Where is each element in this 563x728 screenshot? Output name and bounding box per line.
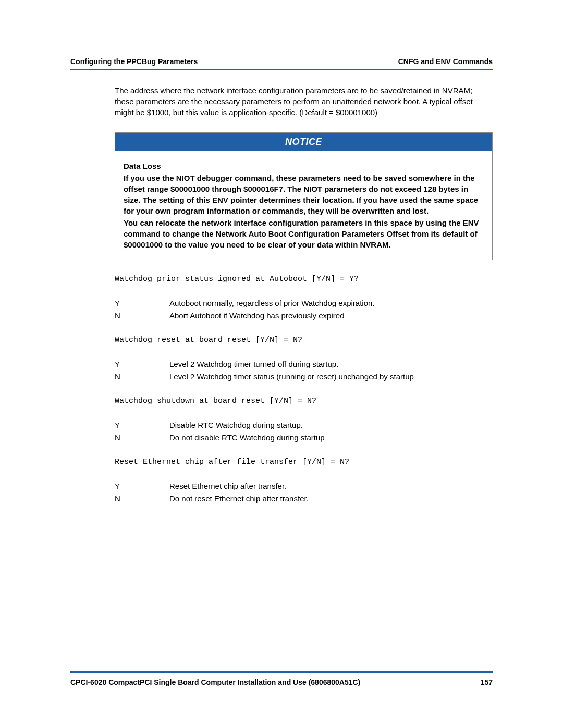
option-key: N — [115, 310, 169, 322]
notice-bar: NOTICE — [115, 133, 492, 151]
config-prompt: Watchdog shutdown at board reset [Y/N] =… — [115, 397, 493, 405]
notice-paragraph: You can relocate the network interface c… — [124, 217, 484, 250]
footer-rule — [70, 671, 493, 673]
option-row: N Do not disable RTC Watchdog during sta… — [115, 431, 493, 444]
config-prompt: Reset Ethernet chip after file transfer … — [115, 458, 493, 466]
option-table: Y Reset Ethernet chip after transfer. N … — [115, 480, 493, 505]
notice-paragraph: If you use the NIOT debugger command, th… — [124, 172, 484, 216]
option-row: N Level 2 Watchdog timer status (running… — [115, 371, 493, 383]
page-header: Configuring the PPCBug Parameters CNFG a… — [70, 57, 493, 66]
notice-title: Data Loss — [124, 161, 484, 171]
option-key: Y — [115, 480, 169, 492]
body-content: The address where the network interface … — [115, 85, 493, 505]
option-key: N — [115, 492, 169, 505]
notice-box: NOTICE Data Loss If you use the NIOT deb… — [115, 132, 493, 260]
option-value: Do not reset Ethernet chip after transfe… — [169, 492, 493, 505]
option-row: Y Level 2 Watchdog timer turned off duri… — [115, 358, 493, 371]
option-row: N Abort Autoboot if Watchdog has previou… — [115, 310, 493, 322]
option-table: Y Autoboot normally, regardless of prior… — [115, 297, 493, 322]
option-row: N Do not reset Ethernet chip after trans… — [115, 492, 493, 505]
header-right: CNFG and ENV Commands — [398, 57, 493, 66]
option-key: Y — [115, 419, 169, 431]
page-number: 157 — [481, 678, 493, 686]
option-table: Y Disable RTC Watchdog during startup. N… — [115, 419, 493, 444]
header-rule — [70, 69, 493, 70]
config-prompt: Watchdog reset at board reset [Y/N] = N? — [115, 336, 493, 344]
header-left: Configuring the PPCBug Parameters — [70, 57, 198, 66]
option-value: Level 2 Watchdog timer turned off during… — [169, 358, 493, 371]
option-row: Y Reset Ethernet chip after transfer. — [115, 480, 493, 492]
notice-body: Data Loss If you use the NIOT debugger c… — [115, 151, 492, 260]
option-value: Abort Autoboot if Watchdog has previousl… — [169, 310, 493, 322]
option-value: Do not disable RTC Watchdog during start… — [169, 431, 493, 444]
footer-left: CPCI-6020 CompactPCI Single Board Comput… — [70, 678, 360, 686]
option-table: Y Level 2 Watchdog timer turned off duri… — [115, 358, 493, 383]
option-key: Y — [115, 358, 169, 371]
option-key: Y — [115, 297, 169, 310]
option-value: Reset Ethernet chip after transfer. — [169, 480, 493, 492]
option-key: N — [115, 431, 169, 444]
config-prompt: Watchdog prior status ignored at Autoboo… — [115, 275, 493, 283]
option-value: Level 2 Watchdog timer status (running o… — [169, 371, 493, 383]
option-key: N — [115, 371, 169, 383]
intro-paragraph: The address where the network interface … — [115, 85, 493, 118]
option-row: Y Autoboot normally, regardless of prior… — [115, 297, 493, 310]
option-row: Y Disable RTC Watchdog during startup. — [115, 419, 493, 431]
document-page: Configuring the PPCBug Parameters CNFG a… — [0, 0, 563, 728]
footer-row: CPCI-6020 CompactPCI Single Board Comput… — [70, 678, 493, 686]
option-value: Disable RTC Watchdog during startup. — [169, 419, 493, 431]
page-footer: CPCI-6020 CompactPCI Single Board Comput… — [70, 671, 493, 686]
option-value: Autoboot normally, regardless of prior W… — [169, 297, 493, 310]
